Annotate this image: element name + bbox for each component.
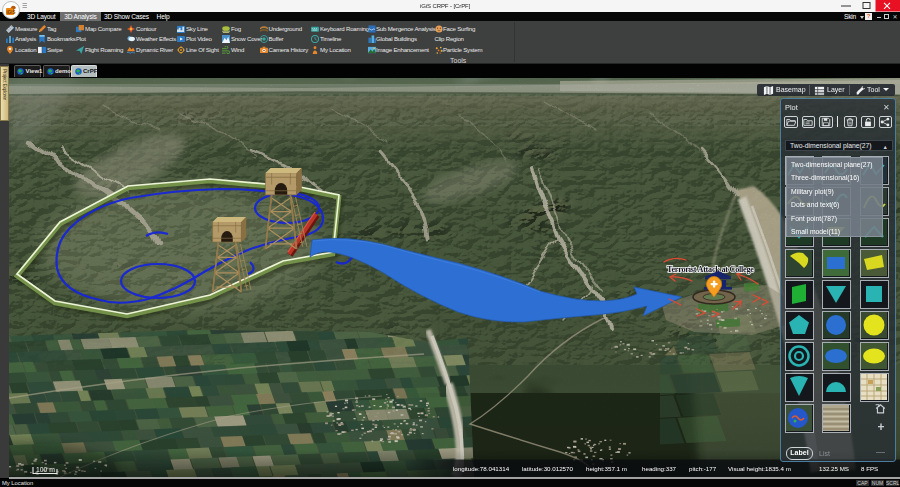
svg-text:☰: ☰ [22, 3, 27, 9]
svg-text:heading:337: heading:337 [642, 465, 677, 472]
svg-text:height:357.1 m: height:357.1 m [586, 465, 627, 472]
svg-text:longitude:78.041314: longitude:78.041314 [453, 465, 510, 472]
svg-text:Terrorist Attack at College: Terrorist Attack at College [667, 265, 754, 274]
svg-text:Visual height:1835.4 m: Visual height:1835.4 m [728, 465, 791, 472]
svg-text:132.25 MS: 132.25 MS [819, 465, 849, 472]
svg-text:100 m: 100 m [36, 466, 55, 473]
svg-text:iGiS CRPF - [CrPF]: iGiS CRPF - [CrPF] [420, 3, 471, 9]
svg-text:latitude:30.012570: latitude:30.012570 [522, 465, 573, 472]
svg-text:iGiS: iGiS [7, 10, 16, 15]
svg-text:8 FPS: 8 FPS [861, 465, 878, 472]
svg-text:pitch:-177: pitch:-177 [689, 465, 717, 472]
